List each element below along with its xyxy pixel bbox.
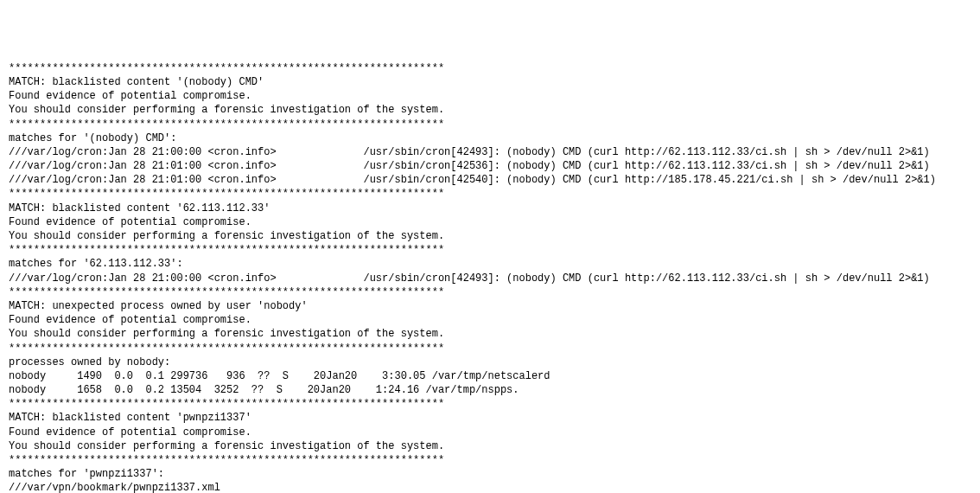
detail-line: nobody 1490 0.0 0.1 299736 936 ?? S 20Ja… <box>9 369 971 383</box>
separator-line: ****************************************… <box>9 61 971 75</box>
matches-subheader: matches for 'pwnpzi1337': <box>9 467 971 481</box>
detail-line: nobody 1658 0.0 0.2 13504 3252 ?? S 20Ja… <box>9 383 971 397</box>
detail-line: ///var/log/cron:Jan 28 21:01:00 <cron.in… <box>9 159 971 173</box>
match-header: MATCH: blacklisted content '(nobody) CMD… <box>9 75 971 89</box>
match-header: MATCH: blacklisted content '62.113.112.3… <box>9 202 971 215</box>
detail-line: ///var/log/cron:Jan 28 21:00:00 <cron.in… <box>9 272 971 285</box>
evidence-line: Found evidence of potential compromise. <box>9 426 971 439</box>
advice-line: You should consider performing a forensi… <box>9 229 971 243</box>
match-header: MATCH: blacklisted content 'pwnpzi1337' <box>9 411 971 425</box>
advice-line: You should consider performing a forensi… <box>9 103 971 117</box>
terminal-output: ****************************************… <box>9 61 971 493</box>
detail-line: ///var/log/cron:Jan 28 21:01:00 <cron.in… <box>9 173 971 187</box>
separator-line: ****************************************… <box>9 243 971 257</box>
separator-line: ****************************************… <box>9 342 971 355</box>
separator-line: ****************************************… <box>9 187 971 201</box>
evidence-line: Found evidence of potential compromise. <box>9 89 971 103</box>
separator-line: ****************************************… <box>9 285 971 299</box>
matches-subheader: processes owned by nobody: <box>9 355 971 369</box>
evidence-line: Found evidence of potential compromise. <box>9 215 971 229</box>
detail-line: ///var/log/cron:Jan 28 21:00:00 <cron.in… <box>9 145 971 159</box>
matches-subheader: matches for '62.113.112.33': <box>9 257 971 271</box>
advice-line: You should consider performing a forensi… <box>9 327 971 341</box>
matches-subheader: matches for '(nobody) CMD': <box>9 131 971 145</box>
match-header: MATCH: unexpected process owned by user … <box>9 299 971 313</box>
detail-line: ///var/vpn/bookmark/pwnpzi1337.xml <box>9 481 971 493</box>
evidence-line: Found evidence of potential compromise. <box>9 313 971 327</box>
advice-line: You should consider performing a forensi… <box>9 439 971 453</box>
separator-line: ****************************************… <box>9 453 971 467</box>
separator-line: ****************************************… <box>9 118 971 131</box>
separator-line: ****************************************… <box>9 397 971 411</box>
